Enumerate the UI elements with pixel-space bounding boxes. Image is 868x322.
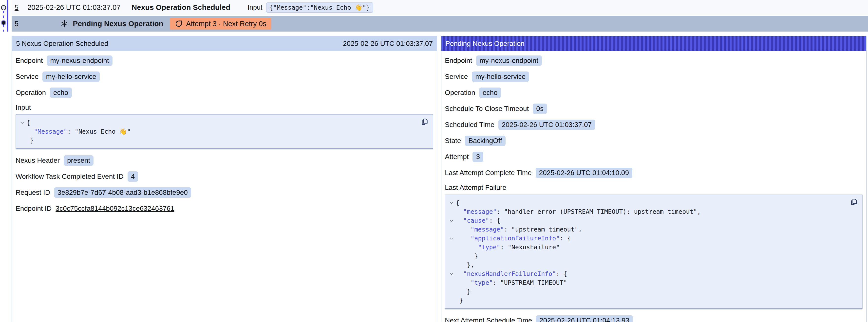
json-line-text: "applicationFailureInfo": { — [456, 234, 571, 243]
failure-json-viewer: { "message": "handler error (UPSTREAM_TI… — [445, 195, 863, 310]
field-label: Request ID — [16, 189, 50, 196]
chevron-down-icon[interactable] — [447, 273, 456, 275]
json-line-text: "type": "UPSTREAM_TIMEOUT" — [456, 278, 567, 287]
json-line: "Message": "Nexus Echo 👋" — [18, 127, 415, 136]
field-label: Next Attempt Schedule Time — [445, 317, 532, 322]
field-label: Last Attempt Complete Time — [445, 169, 532, 177]
endpoint-id-link[interactable]: 3c0c75ccfa8144b092c13ce632463761 — [56, 205, 174, 213]
json-line-text: "message": "upstream timeout", — [456, 225, 582, 234]
json-line: } — [447, 296, 845, 305]
pending-operation-detail-panel: Pending Nexus Operation Endpoint my-nexu… — [441, 36, 867, 322]
event-name: Nexus Operation Scheduled — [131, 3, 230, 11]
endpoint-id-row: Endpoint ID 3c0c75ccfa8144b092c13ce63246… — [16, 203, 433, 214]
copy-button[interactable] — [421, 118, 428, 126]
failure-json-lines: { "message": "handler error (UPSTREAM_TI… — [447, 198, 845, 305]
field-label: State — [445, 137, 461, 145]
pending-fields: Endpoint my-nexus-endpoint Service my-he… — [445, 56, 863, 178]
last-attempt-failure-label: Last Attempt Failure — [445, 184, 863, 192]
field-value-badge: 4 — [128, 171, 138, 182]
event-name: Pending Nexus Operation — [73, 20, 163, 28]
retry-arrow-icon — [175, 20, 183, 28]
detail-field-row: Operation echo — [445, 88, 863, 98]
input-preview-chip[interactable]: {"Message":"Nexus Echo 👋"} — [266, 2, 373, 12]
json-line: } — [18, 136, 415, 145]
chevron-down-icon[interactable] — [18, 122, 26, 124]
field-value-badge: my-hello-service — [472, 71, 529, 82]
asterisk-icon — [60, 20, 68, 28]
event-timestamp: 2025-02-26 UTC 01:03:37.07 — [27, 3, 120, 11]
input-section-label: Input — [16, 103, 433, 111]
json-line: "cause": { — [447, 216, 845, 225]
json-line: "type": "NexusFailure" — [447, 243, 845, 252]
event-id-link[interactable]: 5 — [14, 3, 19, 11]
field-value-badge: my-hello-service — [42, 71, 100, 82]
event-row-pending-nexus-operation[interactable]: 5 Pending Nexus Operation Attempt 3 · Ne… — [11, 16, 868, 32]
field-label: Schedule To Close Timeout — [445, 105, 529, 113]
detail-field-row: Attempt 3 — [445, 152, 863, 162]
field-label: Attempt — [445, 153, 469, 161]
detail-field-row: Endpoint my-nexus-endpoint — [16, 56, 433, 66]
event-row-nexus-operation-scheduled[interactable]: 5 2025-02-26 UTC 01:03:37.07 Nexus Opera… — [11, 0, 868, 15]
field-value-badge: 3 — [472, 152, 483, 162]
timeline-rail-bar — [7, 0, 8, 32]
detail-field-row: Service my-hello-service — [16, 71, 433, 82]
field-value-badge: echo — [479, 88, 501, 98]
detail-field-row: Last Attempt Complete Time 2025-02-26 UT… — [445, 168, 863, 178]
json-line: } — [447, 287, 845, 296]
field-value-badge: 2025-02-26 UTC 01:04:10.09 — [536, 168, 632, 178]
workflow-event-history-view: 5 2025-02-26 UTC 01:03:37.07 Nexus Opera… — [0, 0, 868, 322]
field-value-badge: present — [64, 155, 94, 166]
json-line-text: } — [456, 296, 463, 305]
copy-icon — [421, 118, 428, 126]
chevron-down-icon[interactable] — [447, 202, 456, 204]
circle-filled-icon — [1, 20, 6, 25]
json-line-text: }, — [456, 261, 474, 269]
chevron-down-icon[interactable] — [447, 237, 456, 240]
json-line: "nexusHandlerFailureInfo": { — [447, 269, 845, 278]
json-line-text: } — [26, 136, 34, 145]
detail-field-row: Workflow Task Completed Event ID 4 — [16, 171, 433, 182]
input-label: Input — [248, 4, 262, 11]
detail-field-row: Schedule To Close Timeout 0s — [445, 103, 863, 114]
scheduled-panel-header: 5 Nexus Operation Scheduled 2025-02-26 U… — [12, 36, 437, 51]
field-value-badge: 2025-02-26 UTC 01:04:13.93 — [536, 315, 632, 322]
json-line-text: "type": "NexusFailure" — [456, 243, 560, 252]
detail-field-row: Endpoint my-nexus-endpoint — [445, 56, 863, 66]
input-json-viewer: { "Message": "Nexus Echo 👋" — [16, 115, 433, 150]
detail-field-row: Scheduled Time 2025-02-26 UTC 01:03:37.0… — [445, 120, 863, 130]
json-line: }, — [447, 261, 845, 269]
json-line: "applicationFailureInfo": { — [447, 234, 845, 243]
next-attempt-schedule-time-row: Next Attempt Schedule Time 2025-02-26 UT… — [445, 315, 863, 322]
detail-field-row: Nexus Header present — [16, 155, 433, 166]
scheduled-panel-timestamp: 2025-02-26 UTC 01:03:37.07 — [343, 40, 433, 47]
json-line-text: } — [456, 252, 478, 261]
json-line: { — [447, 198, 845, 207]
json-line-text: "cause": { — [456, 216, 500, 225]
field-label: Operation — [16, 89, 46, 97]
pending-panel-header: Pending Nexus Operation — [441, 36, 866, 51]
json-line-text: "nexusHandlerFailureInfo": { — [456, 269, 567, 278]
chevron-down-icon[interactable] — [447, 220, 456, 222]
field-value-badge: 2025-02-26 UTC 01:03:37.07 — [498, 120, 595, 130]
scheduled-fields-secondary: Nexus Header present Workflow Task Compl… — [16, 155, 433, 198]
json-line-text: { — [26, 118, 30, 127]
json-line: } — [447, 252, 845, 261]
field-label: Service — [445, 73, 468, 80]
field-label: Scheduled Time — [445, 121, 494, 129]
field-value-badge: my-nexus-endpoint — [47, 56, 113, 66]
field-label: Nexus Header — [16, 157, 60, 164]
field-label: Endpoint — [16, 57, 43, 65]
retry-status-badge: Attempt 3 · Next Retry 0s — [170, 18, 271, 30]
field-value-badge: 3e829b7e-7d67-4b08-aad3-b1e868bfe9e0 — [54, 187, 191, 198]
pending-panel-title: Pending Nexus Operation — [445, 40, 525, 47]
field-label: Workflow Task Completed Event ID — [16, 172, 124, 181]
field-label: Operation — [445, 89, 475, 97]
field-value-badge: BackingOff — [465, 136, 505, 146]
scheduled-panel-body: Endpoint my-nexus-endpoint Service my-he… — [12, 51, 437, 224]
scheduled-event-detail-panel: 5 Nexus Operation Scheduled 2025-02-26 U… — [11, 36, 437, 322]
json-line: "type": "UPSTREAM_TIMEOUT" — [447, 278, 845, 287]
detail-field-row: Service my-hello-service — [445, 71, 863, 82]
scheduled-fields: Endpoint my-nexus-endpoint Service my-he… — [16, 56, 433, 98]
event-id-link[interactable]: 5 — [14, 20, 19, 28]
copy-button[interactable] — [850, 198, 858, 206]
